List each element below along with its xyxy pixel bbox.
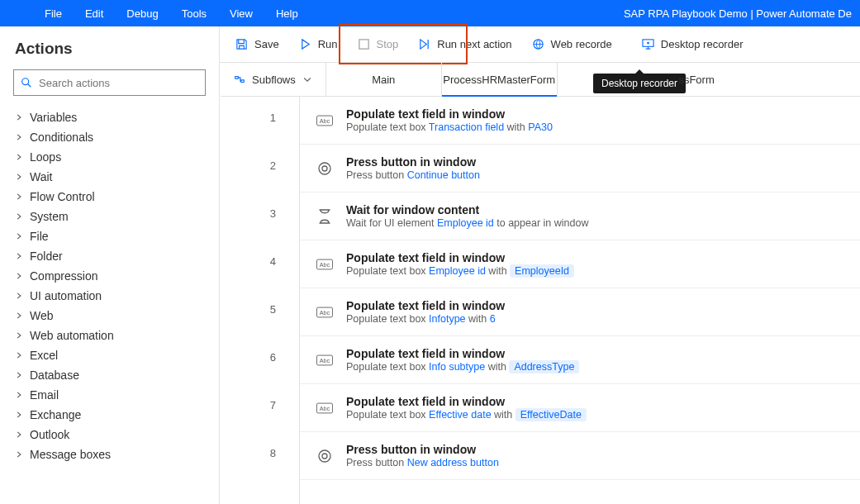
run-button[interactable]: Run <box>291 35 346 54</box>
step-row[interactable]: AbcPopulate text field in windowPopulate… <box>300 97 860 145</box>
svg-rect-0 <box>359 40 368 49</box>
svg-text:Abc: Abc <box>320 404 330 411</box>
subflows-icon <box>234 74 245 85</box>
chevron-right-icon <box>15 212 23 221</box>
step-title: Populate text field in window <box>346 251 574 264</box>
step-number: 7 <box>221 384 299 432</box>
tree-group-web-automation[interactable]: Web automation <box>8 326 211 345</box>
svg-point-3 <box>647 42 649 45</box>
tree-group-ui-automation[interactable]: UI automation <box>8 286 211 306</box>
actions-tree: VariablesConditionalsLoopsWaitFlow Contr… <box>0 104 219 468</box>
tab-processhrmasterform[interactable]: ProcessHRMasterForm <box>442 63 558 96</box>
tab-label: ssForm <box>678 74 714 86</box>
tree-group-label: Message boxes <box>30 448 111 461</box>
step-description: Press button Continue button <box>346 169 480 181</box>
tree-group-label: Flow Control <box>30 190 95 203</box>
step-row[interactable]: Press button in windowPress button Conti… <box>300 145 860 193</box>
step-description: Populate text box Employee id with Emplo… <box>346 265 574 277</box>
tab-ssform[interactable]: ssForm <box>558 63 723 96</box>
tab-label: Main <box>372 74 395 86</box>
tree-group-folder[interactable]: Folder <box>8 246 211 266</box>
save-label: Save <box>254 38 279 50</box>
globe-icon <box>532 38 544 50</box>
run-next-label: Run next action <box>437 38 511 50</box>
tab-main[interactable]: Main <box>326 63 442 96</box>
tree-group-email[interactable]: Email <box>8 385 211 405</box>
step-description: Populate text box Infotype with 6 <box>346 313 505 325</box>
menu-debug[interactable]: Debug <box>115 7 169 20</box>
chevron-down-icon <box>302 74 312 84</box>
tree-group-label: System <box>30 210 69 223</box>
step-description: Wait for UI element Employee id to appea… <box>346 217 588 229</box>
web-recorder-button[interactable]: Web recorde <box>524 35 620 54</box>
menu-tools[interactable]: Tools <box>170 7 218 20</box>
step-row[interactable]: AbcPopulate text field in windowPopulate… <box>300 288 860 336</box>
tree-group-label: Web <box>30 309 54 322</box>
step-link: Infotype <box>429 313 465 325</box>
step-title: Populate text field in window <box>346 347 579 360</box>
text-icon: Abc <box>316 352 333 368</box>
step-row[interactable]: AbcPopulate text field in windowPopulate… <box>300 384 860 432</box>
actions-panel: Actions VariablesConditionalsLoopsWaitFl… <box>0 26 220 504</box>
tree-group-exchange[interactable]: Exchange <box>8 405 211 425</box>
tree-group-label: Wait <box>30 170 52 183</box>
svg-point-18 <box>319 450 330 462</box>
search-box[interactable] <box>13 69 206 96</box>
step-title: Populate text field in window <box>346 395 587 408</box>
text-icon: Abc <box>316 256 333 273</box>
tree-group-system[interactable]: System <box>8 207 211 226</box>
actions-title: Actions <box>0 36 219 69</box>
subflows-dropdown[interactable]: Subflows <box>221 63 326 96</box>
step-description: Populate text box Effective date with Ef… <box>346 409 587 421</box>
tree-group-label: Loops <box>30 150 61 164</box>
step-row[interactable]: Press button in windowPress button New a… <box>300 432 860 480</box>
search-input[interactable] <box>39 77 198 89</box>
menu-file[interactable]: File <box>33 7 74 20</box>
tree-group-compression[interactable]: Compression <box>8 266 211 286</box>
tree-group-label: UI automation <box>30 289 102 302</box>
tree-group-label: File <box>30 230 49 243</box>
step-description: Populate text box Info subtype with Addr… <box>346 361 579 373</box>
chevron-right-icon <box>15 133 23 141</box>
window-title: SAP RPA Playbook Demo | Power Automate D… <box>624 7 852 20</box>
menu-view[interactable]: View <box>218 7 264 20</box>
chevron-right-icon <box>15 153 23 161</box>
run-next-button[interactable]: Run next action <box>410 35 520 54</box>
save-button[interactable]: Save <box>227 35 287 54</box>
tree-group-label: Conditionals <box>30 131 93 144</box>
step-row[interactable]: Wait for window contentWait for UI eleme… <box>300 193 860 240</box>
tree-group-file[interactable]: File <box>8 226 211 246</box>
step-number: 2 <box>221 145 299 193</box>
tree-group-wait[interactable]: Wait <box>8 167 211 187</box>
chevron-right-icon <box>15 391 23 399</box>
tree-group-flow-control[interactable]: Flow Control <box>8 187 211 207</box>
tree-group-message-boxes[interactable]: Message boxes <box>8 445 211 464</box>
step-number: 8 <box>221 432 299 480</box>
menu-edit[interactable]: Edit <box>74 7 115 20</box>
stop-button[interactable]: Stop <box>349 35 407 54</box>
step-icon <box>418 38 430 50</box>
step-number: 5 <box>221 288 299 336</box>
tree-group-web[interactable]: Web <box>8 306 211 326</box>
step-value: PA30 <box>528 121 553 133</box>
tree-group-excel[interactable]: Excel <box>8 345 211 365</box>
tree-group-variables[interactable]: Variables <box>8 107 211 127</box>
step-title: Press button in window <box>346 443 499 456</box>
main-area: Subflows MainProcessHRMasterFormssForm 1… <box>221 63 860 504</box>
tree-group-label: Web automation <box>30 329 114 342</box>
chevron-right-icon <box>15 411 23 419</box>
step-link: Info subtype <box>429 361 485 373</box>
chevron-right-icon <box>15 252 23 260</box>
stop-icon <box>358 38 370 50</box>
menu-help[interactable]: Help <box>264 7 310 20</box>
step-title: Populate text field in window <box>346 299 505 312</box>
tree-group-conditionals[interactable]: Conditionals <box>8 127 211 147</box>
tree-group-outlook[interactable]: Outlook <box>8 425 211 445</box>
step-row[interactable]: AbcPopulate text field in windowPopulate… <box>300 240 860 288</box>
tree-group-loops[interactable]: Loops <box>8 147 211 167</box>
tab-label: ProcessHRMasterForm <box>443 74 555 86</box>
tree-group-database[interactable]: Database <box>8 365 211 385</box>
chevron-right-icon <box>15 371 23 379</box>
desktop-recorder-button[interactable]: Desktop recorder <box>634 35 752 54</box>
step-row[interactable]: AbcPopulate text field in windowPopulate… <box>300 336 860 384</box>
